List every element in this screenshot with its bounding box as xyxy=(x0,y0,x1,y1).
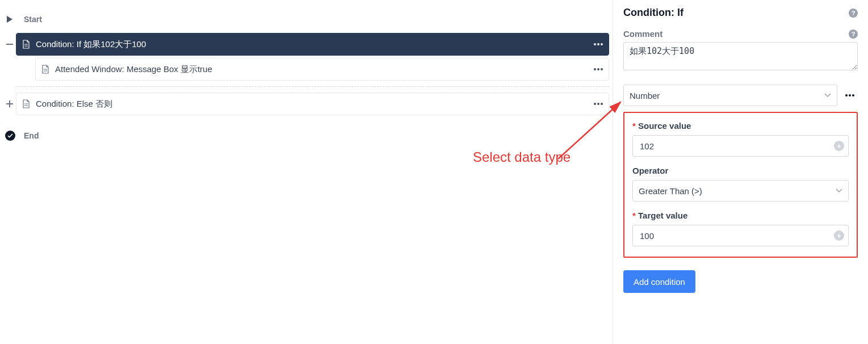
target-value-input[interactable] xyxy=(632,225,849,246)
condition-if-card[interactable]: Condition: If 如果102大于100 xyxy=(16,33,609,56)
node-menu-button[interactable] xyxy=(594,103,603,105)
data-type-more-button[interactable] xyxy=(842,87,858,103)
message-box-node[interactable]: Attended Window: Message Box 显示true xyxy=(23,58,609,81)
add-value-icon[interactable]: + xyxy=(834,230,844,241)
node-menu-button[interactable] xyxy=(594,68,603,70)
minus-icon xyxy=(5,40,14,49)
start-node: Start xyxy=(3,8,609,31)
document-icon xyxy=(22,40,30,49)
condition-else-card[interactable]: Condition: Else 否则 xyxy=(16,93,609,115)
data-type-value: Number xyxy=(630,91,660,100)
collapse-toggle[interactable] xyxy=(3,40,16,49)
source-value-input[interactable] xyxy=(632,135,849,157)
panel-title: Condition: If xyxy=(623,7,684,19)
condition-if-node[interactable]: Condition: If 如果102大于100 xyxy=(3,33,609,56)
end-node: End xyxy=(3,124,609,147)
workflow-tree: Start Condition: If 如果102大于100 xyxy=(0,0,613,344)
divider xyxy=(16,86,609,87)
chevron-down-icon xyxy=(836,188,842,193)
source-value-label: Source value xyxy=(632,121,849,131)
plus-icon xyxy=(5,99,14,108)
condition-else-label: Condition: Else 否则 xyxy=(36,99,594,110)
operator-label: Operator xyxy=(632,166,849,175)
document-icon xyxy=(22,99,30,108)
help-icon[interactable]: ? xyxy=(849,9,858,18)
document-icon xyxy=(41,65,49,74)
add-condition-button[interactable]: Add condition xyxy=(623,270,695,293)
chevron-down-icon xyxy=(824,93,831,98)
add-value-icon[interactable]: + xyxy=(834,141,844,151)
start-label: Start xyxy=(24,15,42,24)
properties-panel: Condition: If ? Comment ? Number Source … xyxy=(613,0,868,344)
start-toggle[interactable] xyxy=(3,15,16,24)
condition-config: Source value + Operator Greater Than (>)… xyxy=(623,112,858,258)
expand-toggle[interactable] xyxy=(3,99,16,108)
comment-input[interactable] xyxy=(623,42,858,70)
condition-if-label: Condition: If 如果102大于100 xyxy=(36,39,594,50)
condition-else-node[interactable]: Condition: Else 否则 xyxy=(3,93,609,115)
message-box-card[interactable]: Attended Window: Message Box 显示true xyxy=(35,58,609,81)
data-type-select[interactable]: Number xyxy=(623,85,837,106)
play-icon xyxy=(5,15,14,24)
target-value-label: Target value xyxy=(632,211,849,220)
check-circle-icon xyxy=(5,131,15,141)
comment-label: Comment xyxy=(623,29,662,39)
message-box-label: Attended Window: Message Box 显示true xyxy=(55,64,594,75)
node-menu-button[interactable] xyxy=(594,43,603,45)
operator-select[interactable]: Greater Than (>) xyxy=(632,180,849,202)
operator-value: Greater Than (>) xyxy=(639,186,702,196)
svg-rect-0 xyxy=(6,44,13,45)
end-label: End xyxy=(24,131,39,140)
help-icon[interactable]: ? xyxy=(849,30,858,39)
